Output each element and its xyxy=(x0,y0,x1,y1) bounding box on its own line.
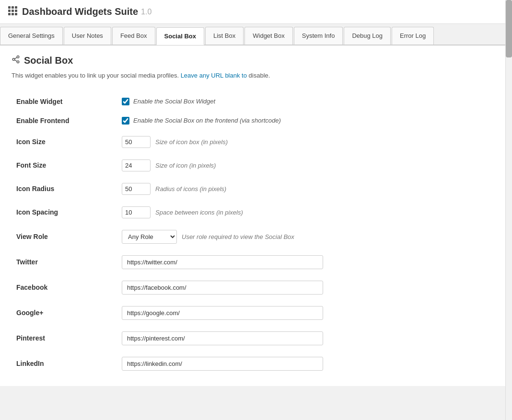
view-role-select[interactable]: Any Role Administrator Editor Author Con… xyxy=(122,230,177,244)
facebook-input[interactable] xyxy=(122,281,323,295)
svg-rect-1 xyxy=(12,6,14,9)
enable-frontend-label: Enable Frontend xyxy=(12,111,117,130)
icon-size-value: Size of icon box (in pixels) xyxy=(117,130,500,154)
svg-line-13 xyxy=(14,57,17,59)
icon-radius-value: Radius of icons (in pixels) xyxy=(117,177,500,201)
font-size-input[interactable] xyxy=(122,159,151,171)
twitter-row: Twitter xyxy=(12,250,500,275)
page-title: Social Box xyxy=(12,55,500,66)
view-role-label: View Role xyxy=(12,224,117,250)
app-title: Dashboard Widgets Suite xyxy=(22,6,138,17)
facebook-label: Facebook xyxy=(12,275,117,300)
description: This widget enables you to link up your … xyxy=(12,71,500,80)
view-role-row: View Role Any Role Administrator Editor … xyxy=(12,224,500,250)
share-icon xyxy=(12,55,20,66)
icon-size-row: Icon Size Size of icon box (in pixels) xyxy=(12,130,500,154)
icon-spacing-row: Icon Spacing Space between icons (in pix… xyxy=(12,201,500,224)
version-label: 1.0 xyxy=(141,8,151,16)
settings-form: Enable Widget Enable the Social Box Widg… xyxy=(12,92,500,376)
svg-rect-6 xyxy=(8,13,11,15)
view-role-hint: User role required to view the Social Bo… xyxy=(182,233,294,240)
grid-icon: ​ xyxy=(8,6,17,18)
content-area: Social Box This widget enables you to li… xyxy=(0,45,512,386)
google-plus-row: Google+ xyxy=(12,300,500,326)
google-plus-value xyxy=(117,300,500,326)
pinterest-label: Pinterest xyxy=(12,326,117,351)
pinterest-row: Pinterest xyxy=(12,326,500,351)
svg-rect-5 xyxy=(15,10,17,12)
description-link[interactable]: Leave any URL blank to xyxy=(181,72,247,79)
enable-widget-row: Enable Widget Enable the Social Box Widg… xyxy=(12,92,500,111)
svg-rect-8 xyxy=(15,13,17,15)
tab-general-settings[interactable]: General Settings xyxy=(0,27,63,45)
font-size-value: Size of icon (in pixels) xyxy=(117,154,500,177)
scrollbar-track xyxy=(505,0,512,386)
svg-rect-2 xyxy=(15,6,17,9)
tabs-bar: General Settings User Notes Feed Box Soc… xyxy=(0,24,512,45)
google-plus-label: Google+ xyxy=(12,300,117,326)
icon-spacing-value: Space between icons (in pixels) xyxy=(117,201,500,224)
tab-social-box[interactable]: Social Box xyxy=(156,27,204,45)
description-end: disable. xyxy=(249,72,270,79)
enable-widget-value: Enable the Social Box Widget xyxy=(117,92,500,111)
svg-rect-4 xyxy=(12,10,14,12)
icon-spacing-hint: Space between icons (in pixels) xyxy=(155,209,243,216)
icon-radius-input[interactable] xyxy=(122,183,151,195)
svg-rect-7 xyxy=(12,13,14,15)
view-role-value: Any Role Administrator Editor Author Con… xyxy=(117,224,500,250)
icon-radius-row: Icon Radius Radius of icons (in pixels) xyxy=(12,177,500,201)
icon-size-label: Icon Size xyxy=(12,130,117,154)
enable-widget-hint: Enable the Social Box Widget xyxy=(133,98,215,105)
tab-error-log[interactable]: Error Log xyxy=(392,27,434,45)
enable-widget-label: Enable Widget xyxy=(12,92,117,111)
linkedin-input[interactable] xyxy=(122,357,323,371)
enable-widget-checkbox[interactable] xyxy=(122,98,129,105)
enable-frontend-checkbox-label: Enable the Social Box on the frontend (v… xyxy=(122,117,496,125)
icon-size-hint: Size of icon box (in pixels) xyxy=(155,138,228,146)
facebook-row: Facebook xyxy=(12,275,500,300)
svg-line-12 xyxy=(14,60,17,61)
linkedin-row: LinkedIn xyxy=(12,351,500,376)
description-text: This widget enables you to link up your … xyxy=(12,72,179,79)
tab-user-notes[interactable]: User Notes xyxy=(64,27,111,45)
linkedin-label: LinkedIn xyxy=(12,351,117,376)
icon-spacing-label: Icon Spacing xyxy=(12,201,117,224)
icon-radius-hint: Radius of icons (in pixels) xyxy=(155,185,226,193)
svg-point-10 xyxy=(12,58,15,61)
enable-frontend-hint: Enable the Social Box on the frontend (v… xyxy=(133,117,281,124)
tab-widget-box[interactable]: Widget Box xyxy=(244,27,292,45)
tab-debug-log[interactable]: Debug Log xyxy=(344,27,391,45)
enable-widget-checkbox-label: Enable the Social Box Widget xyxy=(122,98,496,105)
font-size-row: Font Size Size of icon (in pixels) xyxy=(12,154,500,177)
enable-frontend-row: Enable Frontend Enable the Social Box on… xyxy=(12,111,500,130)
tab-system-info[interactable]: System Info xyxy=(294,27,343,45)
pinterest-value xyxy=(117,326,500,351)
svg-rect-0 xyxy=(8,6,11,9)
facebook-value xyxy=(117,275,500,300)
icon-size-input[interactable] xyxy=(122,136,151,148)
scrollbar-thumb[interactable] xyxy=(506,0,512,57)
icon-radius-label: Icon Radius xyxy=(12,177,117,201)
page-title-text: Social Box xyxy=(24,55,73,66)
twitter-label: Twitter xyxy=(12,250,117,275)
google-plus-input[interactable] xyxy=(122,306,323,320)
twitter-value xyxy=(117,250,500,275)
tab-list-box[interactable]: List Box xyxy=(205,27,244,45)
admin-header: ​ Dashboard Widgets Suite 1.0 xyxy=(0,0,512,24)
svg-point-9 xyxy=(17,56,19,58)
font-size-hint: Size of icon (in pixels) xyxy=(155,162,216,169)
linkedin-value xyxy=(117,351,500,376)
svg-rect-3 xyxy=(8,10,11,12)
icon-spacing-input[interactable] xyxy=(122,206,151,218)
tab-feed-box[interactable]: Feed Box xyxy=(112,27,155,45)
font-size-label: Font Size xyxy=(12,154,117,177)
svg-point-11 xyxy=(17,61,19,63)
twitter-input[interactable] xyxy=(122,255,323,269)
enable-frontend-checkbox[interactable] xyxy=(122,117,129,125)
pinterest-input[interactable] xyxy=(122,331,323,345)
enable-frontend-value: Enable the Social Box on the frontend (v… xyxy=(117,111,500,130)
